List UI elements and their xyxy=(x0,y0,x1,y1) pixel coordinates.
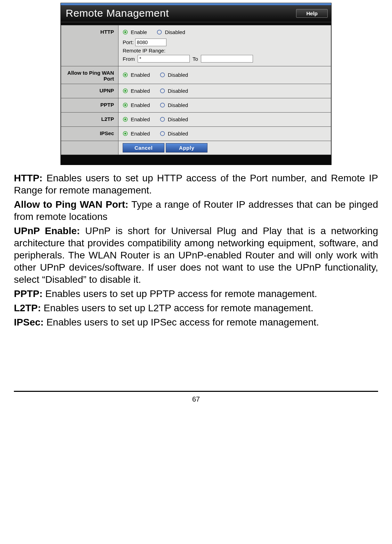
svg-point-1 xyxy=(124,31,126,33)
pptp-disabled-label: Disabled xyxy=(168,102,188,108)
row-value-upnp: Enabled Disabled xyxy=(119,84,331,98)
http-disabled-label: Disabled xyxy=(165,29,185,35)
http-enable-label: Enable xyxy=(131,29,147,35)
svg-point-13 xyxy=(124,118,126,121)
desc-pingwan: Allow to Ping WAN Port: Type a range of … xyxy=(14,198,378,223)
desc-ipsec-text: Enables users to set up IPSec access for… xyxy=(44,317,319,328)
l2tp-enabled-label: Enabled xyxy=(131,116,150,122)
ipsec-enabled-label: Enabled xyxy=(131,131,150,137)
router-panel: Remote Management Help HTTP Enable Disab… xyxy=(60,3,332,165)
row-value-ipsec: Enabled Disabled xyxy=(119,127,331,141)
port-label: Port: xyxy=(123,39,134,45)
page-number: 67 xyxy=(192,395,200,403)
desc-http: HTTP: Enables users to set up HTTP acces… xyxy=(14,172,378,196)
button-row: Cancel Apply xyxy=(119,141,331,155)
row-value-pingwan: Enabled Disabled xyxy=(119,66,331,84)
svg-point-14 xyxy=(160,117,164,121)
svg-point-11 xyxy=(160,103,164,107)
row-value-l2tp: Enabled Disabled xyxy=(119,113,331,127)
row-value-http: Enable Disabled Port: Remote IP Range: F… xyxy=(119,25,331,66)
ipsec-disabled-radio[interactable] xyxy=(160,131,168,137)
desc-pptp: PPTP: Enables users to set up PPTP acces… xyxy=(14,288,378,300)
pingwan-disabled-label: Disabled xyxy=(168,72,188,78)
from-label: From xyxy=(123,56,135,62)
row-label-l2tp: L2TP xyxy=(61,113,119,127)
row-value-pptp: Enabled Disabled xyxy=(119,98,331,113)
http-enable-radio[interactable] xyxy=(123,29,131,35)
pingwan-enabled-label: Enabled xyxy=(131,72,150,78)
desc-ipsec: IPSec: Enables users to set up IPSec acc… xyxy=(14,316,378,328)
pingwan-enabled-radio[interactable] xyxy=(123,72,131,78)
desc-ipsec-label: IPSec: xyxy=(14,317,44,328)
desc-pptp-text: Enables users to set up PPTP access for … xyxy=(42,288,317,299)
svg-point-5 xyxy=(160,73,164,77)
help-button[interactable]: Help xyxy=(296,9,328,18)
page-footer: 67 xyxy=(14,391,378,403)
panel-titlebar: Remote Management Help xyxy=(61,5,331,22)
svg-point-10 xyxy=(124,104,126,106)
pptp-enabled-label: Enabled xyxy=(131,102,150,108)
upnp-enabled-radio[interactable] xyxy=(123,88,131,94)
ipsec-enabled-radio[interactable] xyxy=(123,131,131,137)
port-input[interactable] xyxy=(135,39,166,46)
svg-point-7 xyxy=(124,90,126,92)
l2tp-enabled-radio[interactable] xyxy=(123,116,131,122)
panel-title: Remote Management xyxy=(66,7,169,19)
row-label-upnp: UPNP xyxy=(61,84,119,98)
l2tp-disabled-label: Disabled xyxy=(168,116,188,122)
row-label-http: HTTP xyxy=(61,25,119,66)
desc-l2tp-label: L2TP: xyxy=(14,303,41,313)
desc-pingwan-label: Allow to Ping WAN Port: xyxy=(14,199,128,210)
upnp-enabled-label: Enabled xyxy=(131,88,150,94)
row-label-pingwan: Allow to Ping WAN Port xyxy=(61,66,119,84)
row-label-pptp: PPTP xyxy=(61,98,119,113)
desc-http-label: HTTP: xyxy=(14,173,42,183)
desc-upnp-label: UPnP Enable: xyxy=(14,225,80,236)
desc-http-text: Enables users to set up HTTP access of t… xyxy=(14,173,378,196)
svg-point-2 xyxy=(157,30,162,34)
cancel-button[interactable]: Cancel xyxy=(123,143,164,153)
row-label-buttons xyxy=(61,141,119,155)
svg-point-16 xyxy=(124,133,126,135)
upnp-disabled-radio[interactable] xyxy=(160,88,168,94)
config-table: HTTP Enable Disabled Port: Remote IP R xyxy=(61,25,331,155)
apply-button[interactable]: Apply xyxy=(166,143,207,153)
to-input[interactable] xyxy=(201,55,253,63)
l2tp-disabled-radio[interactable] xyxy=(160,116,168,122)
desc-pptp-label: PPTP: xyxy=(14,288,42,299)
svg-point-8 xyxy=(160,89,164,93)
to-label: To xyxy=(193,56,198,62)
pptp-enabled-radio[interactable] xyxy=(123,102,131,108)
upnp-disabled-label: Disabled xyxy=(168,88,188,94)
svg-point-4 xyxy=(124,74,126,76)
desc-upnp: UPnP Enable: UPnP is short for Universal… xyxy=(14,225,378,286)
svg-point-17 xyxy=(160,131,164,135)
row-label-ipsec: IPSec xyxy=(61,127,119,141)
from-input[interactable] xyxy=(138,55,190,63)
panel-footer-strip xyxy=(61,155,331,165)
desc-l2tp-text: Enables users to set up L2TP access for … xyxy=(41,303,313,313)
http-disabled-radio[interactable] xyxy=(157,29,165,35)
desc-l2tp: L2TP: Enables users to set up L2TP acces… xyxy=(14,302,378,314)
ipsec-disabled-label: Disabled xyxy=(168,131,188,137)
pptp-disabled-radio[interactable] xyxy=(160,102,168,108)
remote-ip-range-label: Remote IP Range: xyxy=(123,48,165,53)
pingwan-disabled-radio[interactable] xyxy=(160,72,168,78)
